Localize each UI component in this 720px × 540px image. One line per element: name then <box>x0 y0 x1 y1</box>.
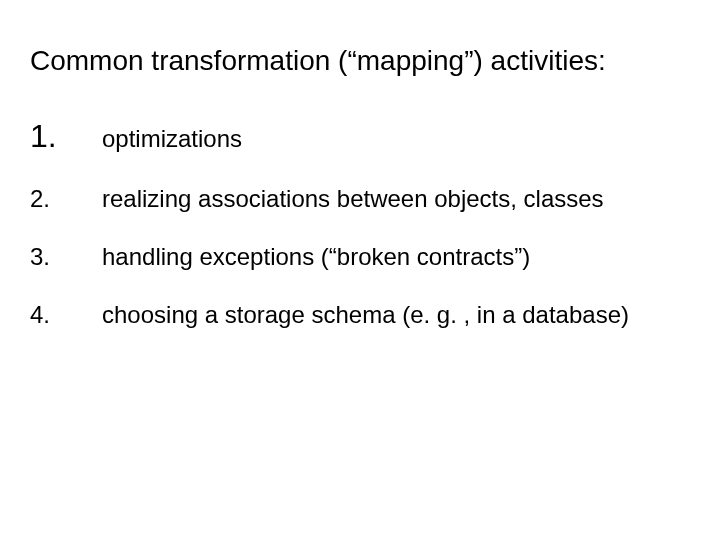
slide: Common transformation (“mapping”) activi… <box>0 0 720 540</box>
item-number: 3. <box>30 243 102 271</box>
item-text: optimizations <box>102 125 690 153</box>
item-number: 2. <box>30 185 102 213</box>
item-text: handling exceptions (“broken contracts”) <box>102 243 690 271</box>
item-text: realizing associations between objects, … <box>102 185 690 213</box>
item-number: 1. <box>30 118 102 155</box>
slide-title: Common transformation (“mapping”) activi… <box>30 44 690 78</box>
items-list: 1. optimizations 2. realizing associatio… <box>30 118 690 329</box>
item-number: 4. <box>30 301 102 329</box>
item-text: choosing a storage schema (e. g. , in a … <box>102 301 690 329</box>
